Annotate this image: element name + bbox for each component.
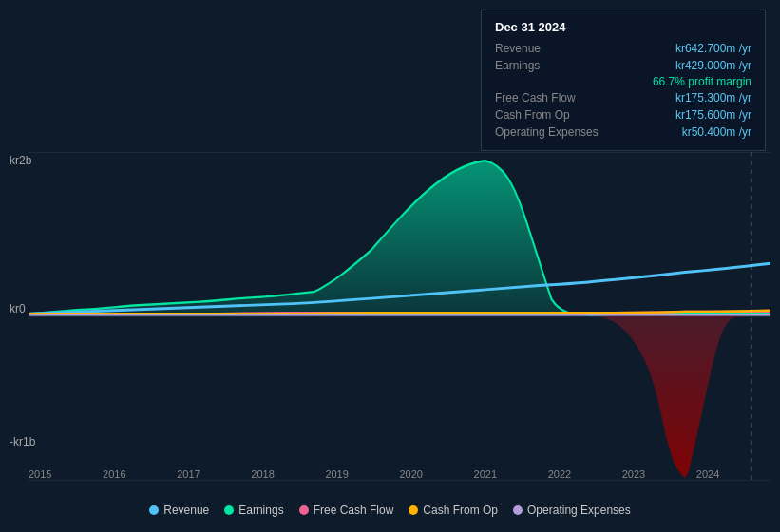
data-tooltip: Dec 31 2024 Revenue kr642.700m /yr Earni… [481, 10, 766, 151]
x-label-2015: 2015 [29, 468, 51, 480]
legend-revenue-label: Revenue [163, 504, 209, 517]
x-label-2023: 2023 [622, 468, 645, 480]
x-label-2018: 2018 [251, 468, 274, 480]
legend-fcf: Free Cash Flow [299, 504, 394, 517]
legend-cashop: Cash From Op [409, 504, 498, 517]
tooltip-earnings-row: Earnings kr429.000m /yr [495, 57, 751, 74]
legend-revenue: Revenue [149, 504, 209, 517]
tooltip-fcf-label: Free Cash Flow [495, 91, 576, 104]
tooltip-cashop-value: kr175.600m /yr [675, 108, 751, 122]
tooltip-opex-label: Operating Expenses [495, 125, 599, 139]
tooltip-revenue-label: Revenue [495, 42, 541, 55]
main-chart-svg [29, 152, 770, 480]
legend-cashop-dot [409, 505, 418, 515]
negative-earnings-fill [590, 316, 770, 478]
chart-area [29, 152, 770, 480]
tooltip-profit-margin: 66.7% profit margin [495, 74, 751, 89]
tooltip-fcf-value: kr175.300m /yr [675, 91, 751, 104]
legend-fcf-dot [299, 505, 309, 515]
legend-earnings-label: Earnings [238, 504, 283, 517]
legend-opex-dot [513, 505, 523, 515]
tooltip-cashop-row: Cash From Op kr175.600m /yr [495, 106, 751, 124]
x-label-2016: 2016 [103, 468, 125, 480]
x-label-2021: 2021 [474, 468, 497, 480]
tooltip-opex-row: Operating Expenses kr50.400m /yr [495, 124, 751, 141]
x-axis: 2015 2016 2017 2018 2019 2020 2021 2022 … [29, 465, 770, 480]
legend-fcf-label: Free Cash Flow [314, 504, 394, 517]
tooltip-earnings-value: kr429.000m /yr [675, 59, 751, 72]
grid-line-bottom [29, 480, 770, 481]
x-label-2020: 2020 [399, 468, 422, 480]
tooltip-opex-value: kr50.400m /yr [682, 125, 751, 139]
tooltip-cashop-label: Cash From Op [495, 108, 570, 122]
tooltip-earnings-label: Earnings [495, 59, 540, 72]
x-label-2019: 2019 [325, 468, 348, 480]
legend-earnings-dot [224, 505, 234, 515]
y-axis-mid: kr0 [10, 302, 26, 315]
legend-cashop-label: Cash From Op [423, 504, 498, 517]
legend-opex-label: Operating Expenses [527, 504, 631, 517]
chart-legend: Revenue Earnings Free Cash Flow Cash Fro… [0, 498, 780, 522]
tooltip-revenue-value: kr642.700m /yr [675, 42, 751, 55]
x-label-2017: 2017 [177, 468, 200, 480]
legend-earnings: Earnings [224, 504, 283, 517]
tooltip-fcf-row: Free Cash Flow kr175.300m /yr [495, 89, 751, 106]
legend-revenue-dot [149, 505, 159, 515]
x-label-2024: 2024 [696, 468, 719, 480]
earnings-area-fill [29, 161, 770, 315]
x-label-2022: 2022 [548, 468, 571, 480]
tooltip-date: Dec 31 2024 [495, 20, 751, 34]
legend-opex: Operating Expenses [513, 504, 631, 517]
tooltip-revenue-row: Revenue kr642.700m /yr [495, 40, 751, 57]
